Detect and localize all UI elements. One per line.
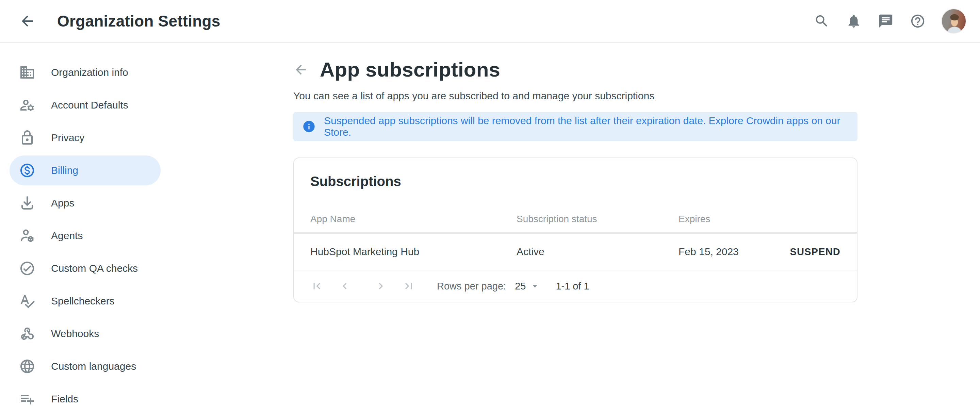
sidebar-item-label: Agents	[51, 230, 83, 242]
user-avatar[interactable]	[941, 8, 966, 34]
app-window: Organization Settings Organization info	[0, 0, 980, 415]
building-icon	[19, 64, 35, 81]
dollar-circle-icon	[19, 162, 35, 178]
lock-icon	[19, 130, 35, 146]
section-heading: App subscriptions	[320, 58, 500, 81]
chevron-down-icon	[530, 281, 540, 291]
sidebar-item-account-defaults[interactable]: Account Defaults	[10, 90, 161, 120]
first-page-icon[interactable]	[310, 280, 323, 293]
info-icon	[302, 120, 316, 134]
pagination-bar: Rows per page: 25 1-1 of 1	[310, 270, 840, 302]
card-title: Subscriptions	[310, 174, 840, 189]
sidebar-item-label: Custom languages	[51, 361, 136, 372]
rows-per-page-value: 25	[515, 281, 526, 292]
sidebar-item-agents[interactable]: Agents	[10, 221, 161, 251]
sidebar-item-webhooks[interactable]: Webhooks	[10, 319, 161, 349]
search-icon[interactable]	[814, 13, 830, 29]
page-title: Organization Settings	[57, 12, 221, 30]
info-banner: Suspended app subscriptions will be remo…	[293, 112, 858, 141]
playlist-add-icon	[19, 391, 35, 407]
notifications-bell-icon[interactable]	[846, 13, 862, 29]
last-page-icon[interactable]	[402, 280, 415, 293]
rows-per-page-select[interactable]: 25	[515, 281, 540, 292]
sidebar-item-label: Privacy	[51, 132, 84, 143]
section-subtitle: You can see a list of apps you are subsc…	[293, 90, 858, 102]
sidebar-item-label: Apps	[51, 197, 74, 209]
rows-per-page-label: Rows per page:	[437, 281, 506, 292]
sidebar-item-spellcheckers[interactable]: Spellcheckers	[10, 286, 161, 316]
sidebar-item-label: Fields	[51, 393, 78, 405]
sidebar-item-privacy[interactable]: Privacy	[10, 123, 161, 153]
sidebar-item-custom-qa-checks[interactable]: Custom QA checks	[10, 253, 161, 283]
column-header-expires: Expires	[679, 214, 784, 224]
sidebar-item-billing[interactable]: Billing	[10, 156, 161, 185]
column-header-app-name: App Name	[310, 214, 517, 224]
webhook-icon	[19, 326, 35, 342]
person-cube-icon	[19, 227, 35, 244]
sidebar-item-custom-languages[interactable]: Custom languages	[10, 351, 161, 381]
sidebar-item-label: Spellcheckers	[51, 295, 115, 307]
globe-icon	[19, 358, 35, 375]
cell-expires: Feb 15, 2023	[679, 246, 784, 258]
sidebar-item-label: Organization info	[51, 67, 128, 78]
pagination-range-label: 1-1 of 1	[556, 281, 589, 292]
download-icon	[19, 195, 35, 211]
sidebar-item-apps[interactable]: Apps	[10, 188, 161, 218]
person-gear-icon	[19, 97, 35, 113]
next-page-icon[interactable]	[374, 280, 387, 293]
sidebar-item-label: Account Defaults	[51, 99, 128, 111]
settings-sidebar: Organization info Account Defaults Priva…	[0, 43, 272, 415]
subscriptions-card: Subscriptions App Name Subscription stat…	[293, 157, 858, 302]
sidebar-item-organization-info[interactable]: Organization info	[10, 57, 161, 87]
page-head: App subscriptions	[293, 58, 858, 81]
sidebar-item-label: Webhooks	[51, 328, 99, 339]
back-arrow-icon[interactable]	[293, 62, 308, 77]
spellcheck-icon	[19, 293, 35, 309]
cell-subscription-status: Active	[517, 246, 679, 258]
topbar: Organization Settings	[0, 0, 980, 43]
previous-page-icon[interactable]	[338, 280, 351, 293]
back-arrow-icon[interactable]	[19, 13, 35, 29]
suspend-button[interactable]: SUSPEND	[784, 246, 840, 258]
check-circle-icon	[19, 260, 35, 277]
cell-app-name: HubSpot Marketing Hub	[310, 246, 517, 258]
info-banner-text[interactable]: Suspended app subscriptions will be remo…	[324, 115, 847, 138]
messages-chat-icon[interactable]	[878, 13, 894, 29]
table-row: HubSpot Marketing Hub Active Feb 15, 202…	[310, 234, 840, 270]
sidebar-item-label: Billing	[51, 165, 78, 176]
sidebar-item-fields[interactable]: Fields	[10, 384, 161, 414]
column-header-subscription-status: Subscription status	[517, 214, 679, 224]
sidebar-item-label: Custom QA checks	[51, 262, 138, 274]
help-icon[interactable]	[910, 13, 926, 29]
main-content: App subscriptions You can see a list of …	[293, 43, 858, 415]
table-header-row: App Name Subscription status Expires	[310, 189, 840, 232]
